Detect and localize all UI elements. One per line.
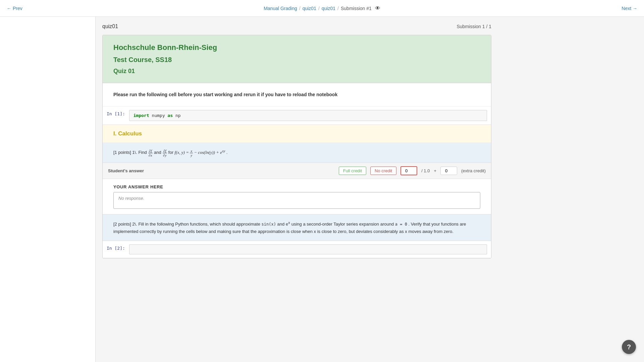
section-label: I. Calculus [113, 130, 480, 137]
q2-ex: ex [286, 222, 290, 227]
next-link[interactable]: Next → [622, 6, 637, 11]
no-response-box[interactable]: No response. [113, 192, 480, 209]
code-content-1[interactable]: import numpy as np [129, 110, 487, 121]
answer-header: Student's answer Full credit No credit /… [103, 163, 491, 179]
q1-for: for [168, 150, 175, 155]
as-keyword: as [168, 113, 173, 118]
extra-credit-input[interactable] [440, 167, 457, 175]
import-module: numpy [152, 113, 168, 118]
full-credit-button[interactable]: Full credit [339, 167, 366, 175]
question-1-text: [1 points] 1\. Find ∂f∂x and ∂f∂y for f(… [113, 148, 480, 157]
breadcrumb-sep-1: / [299, 6, 301, 11]
header-cell: Hochschule Bonn-Rhein-Sieg Test Course, … [103, 35, 491, 83]
q2-a0: a = 0 [395, 222, 407, 227]
q2-post: using a second-order Taylor series expan… [291, 222, 395, 227]
import-alias: np [175, 113, 181, 118]
instructions-cell: Please run the following cell before you… [103, 83, 491, 107]
extra-credit-label: (extra credit) [461, 168, 486, 173]
course-title: Test Course, SS18 [113, 56, 480, 64]
breadcrumb: Manual Grading / quiz01 / quiz01 / Submi… [264, 5, 380, 11]
question-2-cell: [2 points] 2\. Fill in the following Pyt… [103, 215, 491, 241]
q1-partial-y: ∂f∂y [162, 150, 168, 155]
question-1-cell: [1 points] 1\. Find ∂f∂x and ∂f∂y for f(… [103, 143, 491, 163]
q1-period: . [226, 150, 228, 155]
code-content-2[interactable] [129, 244, 487, 254]
submission-count: Submission 1 / 1 [457, 24, 492, 29]
score-input[interactable] [400, 166, 417, 175]
q1-partial-x: ∂f∂x [148, 150, 154, 155]
answer-body: YOUR ANSWER HERE No response. [103, 179, 491, 214]
breadcrumb-quiz01-2[interactable]: quiz01 [322, 6, 335, 11]
score-plus: + [434, 168, 436, 173]
student-answer-label: Student's answer [108, 168, 335, 173]
q2-sinx: sin(x) [262, 222, 276, 227]
instructions-text: Please run the following cell before you… [113, 91, 480, 98]
answer-1-cell: Student's answer Full credit No credit /… [103, 163, 491, 215]
breadcrumb-sep-3: / [337, 6, 339, 11]
q1-func: f(x, y) = xy − cos(ln(y)) + exy [175, 150, 226, 155]
import-keyword: import [133, 113, 149, 118]
q2-pre: [2 points] 2\. Fill in the following Pyt… [113, 222, 262, 227]
notebook: Hochschule Bonn-Rhein-Sieg Test Course, … [102, 35, 491, 258]
main-content: quiz01 Submission 1 / 1 Hochschule Bonn-… [96, 17, 498, 362]
prev-link[interactable]: ← Prev [7, 6, 22, 11]
breadcrumb-submission: Submission #1 [341, 6, 372, 11]
help-button[interactable]: ? [622, 340, 636, 354]
q1-and: and [154, 150, 162, 155]
breadcrumb-sep-2: / [318, 6, 320, 11]
section-header-cell: I. Calculus [103, 125, 491, 143]
q1-pre: [1 points] 1\. Find [113, 150, 148, 155]
sidebar [0, 17, 96, 362]
breadcrumb-quiz01-1[interactable]: quiz01 [303, 6, 316, 11]
page-layout: quiz01 Submission 1 / 1 Hochschule Bonn-… [0, 17, 644, 362]
top-nav: ← Prev Manual Grading / quiz01 / quiz01 … [0, 0, 644, 17]
breadcrumb-manual-grading[interactable]: Manual Grading [264, 6, 297, 11]
submission-header: quiz01 Submission 1 / 1 [102, 23, 491, 29]
institution-title: Hochschule Bonn-Rhein-Sieg [113, 43, 480, 52]
your-answer-label: YOUR ANSWER HERE [113, 184, 480, 189]
eye-icon[interactable]: 👁 [375, 5, 380, 11]
quiz-name: quiz01 [102, 23, 118, 29]
code-cell-1: In [1]: import numpy as np [103, 107, 491, 125]
code-cell-2: In [2]: [103, 241, 491, 258]
code-prompt-1: In [1]: [103, 109, 129, 119]
q2-mid: and [277, 222, 286, 227]
no-credit-button[interactable]: No credit [370, 167, 396, 175]
code-prompt-2: In [2]: [103, 243, 129, 253]
question-2-text: [2 points] 2\. Fill in the following Pyt… [113, 220, 480, 235]
score-max: / 1.0 [421, 168, 430, 173]
quiz-title: Quiz 01 [113, 68, 480, 75]
